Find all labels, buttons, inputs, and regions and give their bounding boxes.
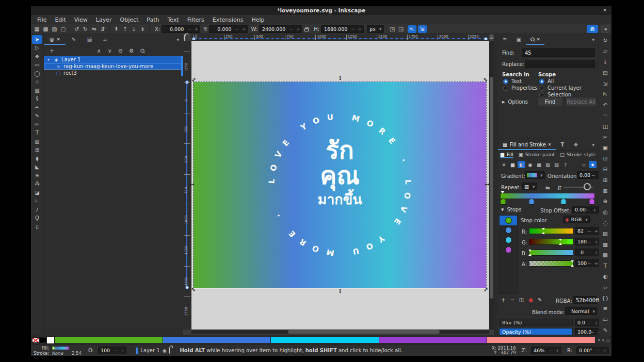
- search-in-text-option[interactable]: Text: [503, 78, 522, 84]
- menu-item[interactable]: Help: [247, 16, 268, 24]
- decrement[interactable]: −: [584, 207, 591, 212]
- swatch-icon[interactable]: ▨: [544, 161, 552, 168]
- print-icon[interactable]: ▤: [600, 67, 610, 78]
- redo-icon[interactable]: ↷: [600, 110, 610, 121]
- scale-handle-top[interactable]: ↕: [337, 76, 343, 81]
- node-tool[interactable]: ▷: [32, 44, 42, 53]
- selector-tool[interactable]: ➤: [32, 35, 42, 44]
- raise-item-button[interactable]: ∧: [94, 47, 103, 55]
- move-gradients-toggle[interactable]: ⇱: [408, 25, 416, 33]
- radio-icon[interactable]: [503, 79, 508, 84]
- scrollbar-thumb[interactable]: [490, 77, 493, 299]
- menu-item[interactable]: Path: [142, 16, 163, 24]
- horizontal-ruler[interactable]: 0250500750100012501500175020002250: [191, 34, 489, 41]
- palette-color[interactable]: [487, 337, 595, 343]
- menu-item[interactable]: Filters: [183, 16, 208, 24]
- image-icon[interactable]: ▨: [600, 228, 610, 239]
- menu-item[interactable]: View: [70, 16, 92, 24]
- rotate-ccw-icon[interactable]: ↺: [72, 25, 81, 33]
- open-icon[interactable]: ▱: [600, 46, 610, 57]
- gradient-dropdown[interactable]: ▾: [525, 171, 545, 179]
- pattern-icon[interactable]: ▦: [600, 239, 610, 250]
- x-increment[interactable]: +: [193, 26, 200, 31]
- styles-tab[interactable]: ✎: [66, 34, 81, 45]
- gradient-stop-handle[interactable]: [560, 199, 566, 205]
- undo-icon[interactable]: ↶: [600, 100, 610, 110]
- zoom-width-icon[interactable]: ⊠: [600, 185, 610, 196]
- align-dialog-icon[interactable]: ≡: [600, 303, 610, 314]
- move-patterns-toggle[interactable]: ⇲: [418, 25, 427, 33]
- add-layer-button[interactable]: +: [47, 47, 56, 55]
- copy-icon[interactable]: ◫: [600, 121, 610, 131]
- decrement[interactable]: −: [589, 330, 596, 335]
- unknown-paint-icon[interactable]: ?: [561, 161, 569, 168]
- color-mode-dropdown[interactable]: ◉RGB▾: [563, 216, 590, 223]
- radio-icon[interactable]: [539, 86, 544, 91]
- spiral-tool[interactable]: §: [32, 95, 42, 104]
- zoom-selection-icon[interactable]: ⊡: [600, 153, 610, 164]
- star-tool[interactable]: ☆: [32, 78, 42, 87]
- fill-stroke-indicator[interactable]: Fill: L Stroke: None 2.54: [34, 345, 82, 356]
- channel-field[interactable]: 0−+: [575, 249, 600, 256]
- chevron-down-icon[interactable]: ▾: [588, 34, 599, 45]
- close-icon[interactable]: ✕: [548, 142, 552, 147]
- h-field[interactable]: 1680.000−+: [321, 25, 364, 33]
- search-in-properties-option[interactable]: Properties: [503, 85, 538, 91]
- palette-color[interactable]: [271, 337, 379, 343]
- increment[interactable]: +: [119, 348, 126, 353]
- unlink-clone-icon[interactable]: ◌: [600, 218, 610, 228]
- options-expander[interactable]: ▶Options: [502, 99, 528, 105]
- channel-field[interactable]: 100−+: [575, 259, 600, 267]
- save-icon[interactable]: ↧: [600, 57, 610, 68]
- grid-icon[interactable]: ▩: [600, 250, 610, 260]
- w-decrement[interactable]: −: [287, 26, 295, 31]
- box3d-tool[interactable]: ▧: [32, 86, 42, 95]
- add-stop-button[interactable]: +: [501, 297, 505, 303]
- blur-slider[interactable]: Blur (%): [499, 319, 573, 326]
- no-paint-icon[interactable]: ✕: [500, 161, 508, 168]
- pen-tool[interactable]: ✒: [32, 103, 42, 112]
- menu-item[interactable]: Text: [164, 16, 183, 24]
- increment[interactable]: +: [591, 207, 599, 212]
- mesh-gradient-tool[interactable]: ⊞: [32, 146, 42, 155]
- mesh-paint-icon[interactable]: ▥: [553, 161, 560, 168]
- blend-mode-dropdown[interactable]: Normal▾: [565, 307, 597, 315]
- scope-all-option[interactable]: All: [539, 78, 554, 84]
- replace-all-button[interactable]: Replace All: [566, 97, 597, 106]
- menu-item[interactable]: Edit: [51, 16, 70, 24]
- tweak-tool[interactable]: ✳: [32, 171, 42, 180]
- no-color-swatch[interactable]: [32, 337, 39, 343]
- h-decrement[interactable]: −: [349, 26, 357, 31]
- search-tab[interactable]: Ϙ ✕: [526, 34, 545, 45]
- select-all-icon[interactable]: ▦: [33, 25, 41, 33]
- pencil-tool[interactable]: ✎: [32, 112, 42, 121]
- y-increment[interactable]: +: [240, 26, 248, 31]
- fill-stroke-tab[interactable]: ▦ Fill and Stroke ✕: [498, 139, 556, 150]
- snap-toggle[interactable]: ⋒: [587, 25, 598, 33]
- w-increment[interactable]: +: [295, 26, 302, 31]
- expander-icon[interactable]: ▾: [46, 57, 51, 62]
- black-swatch[interactable]: [39, 337, 46, 343]
- revert-icon[interactable]: ↻: [600, 35, 610, 46]
- cut-icon[interactable]: ✂: [600, 131, 610, 142]
- stroke-paint-subtab[interactable]: ▣Stroke paint: [519, 152, 555, 158]
- channel-slider[interactable]: [529, 228, 573, 234]
- braces-icon[interactable]: {}: [600, 292, 610, 303]
- decrement[interactable]: −: [586, 261, 593, 266]
- blur-field[interactable]: 0.0−+: [575, 319, 600, 326]
- calligraphy-tool[interactable]: ✏: [32, 120, 42, 129]
- mask-icon[interactable]: ◐: [600, 271, 610, 282]
- clone-icon[interactable]: ◎: [600, 207, 610, 218]
- flip-horizontal-icon[interactable]: ⇋: [90, 25, 99, 33]
- pattern-icon[interactable]: ▦: [535, 161, 543, 168]
- rectangle-tool[interactable]: ▭: [32, 61, 42, 70]
- remove-item-button[interactable]: ⊖: [116, 47, 125, 55]
- palette-color[interactable]: [379, 337, 488, 343]
- current-layer-label[interactable]: Layer 1: [140, 348, 159, 353]
- page[interactable]: LOVE YOU MORE · LOVE YOU MORE · รัก คุณ …: [191, 41, 489, 330]
- palette-menu-icon[interactable]: ≡: [606, 337, 610, 343]
- find-input[interactable]: 45: [522, 48, 595, 57]
- flip-vertical-icon[interactable]: ⇵: [99, 25, 107, 33]
- layer-row[interactable]: ▾ ◈ Layer 1: [44, 56, 183, 63]
- palette-scroll-up-icon[interactable]: ∧: [598, 338, 601, 342]
